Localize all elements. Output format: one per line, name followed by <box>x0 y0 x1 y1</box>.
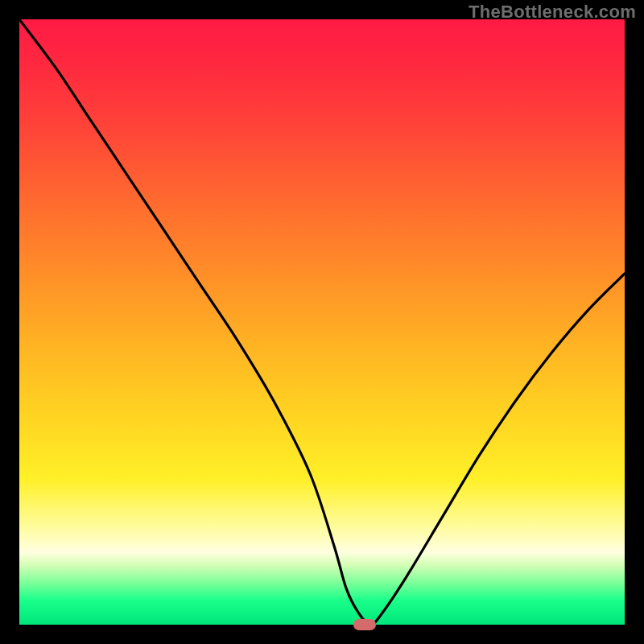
bottleneck-curve <box>19 19 625 625</box>
plot-area <box>19 19 625 625</box>
chart-frame: TheBottleneck.com <box>0 0 644 644</box>
watermark-text: TheBottleneck.com <box>469 2 636 23</box>
optimal-marker <box>353 619 376 630</box>
